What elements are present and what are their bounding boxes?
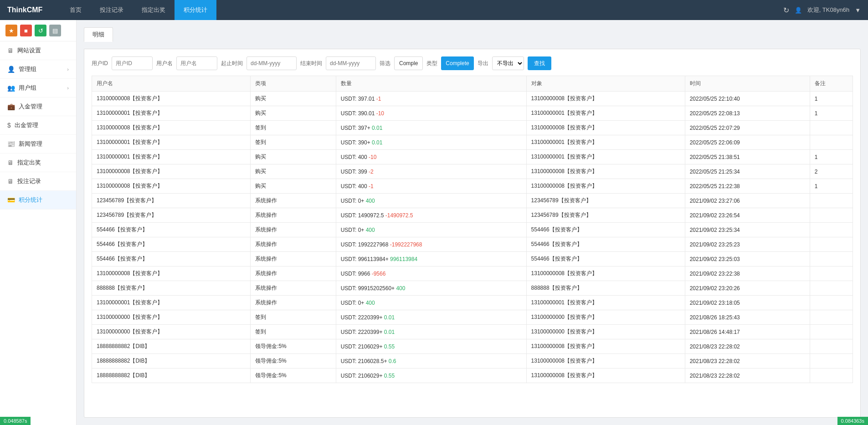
table-row: 13100000008【投资客户】 购买 USDT: 399 -2 131000…	[92, 164, 853, 179]
cell-username: 13100000008【投资客户】	[92, 164, 251, 179]
table-row: 554466【投资客户】 系统操作 USDT: 996113984+ 99611…	[92, 252, 853, 266]
sidebar-item-website-settings[interactable]: 🖥 网站设置	[0, 41, 76, 60]
cell-note: 1	[810, 150, 853, 164]
cell-username: 13100000001【投资客户】	[92, 106, 251, 121]
filter-label: 筛选	[380, 60, 390, 67]
tab-detail[interactable]: 明细	[84, 27, 113, 42]
cell-username: 554466【投资客户】	[92, 237, 251, 252]
table-body: 13100000008【投资客户】 购买 USDT: 397.01 -1 131…	[92, 92, 853, 383]
toolbar-btn-menu[interactable]: ▤	[49, 25, 61, 36]
cell-type: 系统操作	[251, 208, 336, 223]
nav-designated-prize[interactable]: 指定出奖	[133, 0, 175, 20]
table-row: 13100000000【投资客户】 签到 USDT: 2220399+ 0.01…	[92, 310, 853, 325]
cell-target: 888888【投资客户】	[526, 281, 685, 296]
cell-amount: USDT: 2106028.5+ 0.6	[336, 354, 526, 369]
cell-type: 领导佣金:5%	[251, 339, 336, 354]
table-row: 18888888882【DIB】 领导佣金:5% USDT: 2106029+ …	[92, 369, 853, 383]
cell-target: 13100000008【投资客户】	[526, 121, 685, 135]
user-name-input[interactable]	[176, 56, 217, 70]
cell-time: 2021/08/23 22:28:02	[685, 339, 810, 354]
sidebar-item-designated-prize[interactable]: 🖥 指定出奖	[0, 154, 76, 172]
table-header: 用户名 类项 数量 对象 时间 备注	[92, 76, 853, 92]
user-name-label: 用户名	[156, 60, 173, 67]
sidebar-item-admin-group[interactable]: 👤 管理组 ›	[0, 60, 76, 79]
sidebar-item-withdrawal[interactable]: $ 出金管理	[0, 116, 76, 135]
complete-filter[interactable]: Complete	[441, 56, 473, 70]
cell-type: 系统操作	[251, 296, 336, 310]
end-time-label: 结束时间	[300, 60, 322, 67]
refresh-icon[interactable]: ↻	[783, 6, 789, 15]
cell-username: 13100000001【投资客户】	[92, 296, 251, 310]
cell-type: 系统操作	[251, 194, 336, 208]
table-row: 13100000008【投资客户】 购买 USDT: 400 -1 131000…	[92, 179, 853, 194]
cell-amount: USDT: 9966 -9566	[336, 266, 526, 281]
cell-target: 13100000008【投资客户】	[526, 164, 685, 179]
col-username: 用户名	[92, 76, 251, 92]
cell-username: 123456789【投资客户】	[92, 194, 251, 208]
nav-home[interactable]: 首页	[61, 0, 91, 20]
cell-target: 554466【投资客户】	[526, 252, 685, 266]
col-time: 时间	[685, 76, 810, 92]
username: 欢迎, TK08yn6h	[807, 6, 850, 14]
cell-username: 554466【投资客户】	[92, 252, 251, 266]
sidebar: ★ ■ ↺ ▤ 🖥 网站设置 👤 管理组 › 👥 用户组 › 💼 入金管理	[0, 20, 77, 425]
cell-note	[810, 310, 853, 325]
cell-note: 1	[810, 106, 853, 121]
search-button[interactable]: 查找	[528, 56, 551, 70]
cell-amount: USDT: 0+ 400	[336, 194, 526, 208]
user-id-input[interactable]	[112, 56, 153, 70]
table-row: 554466【投资客户】 系统操作 USDT: 1992227968 -1992…	[92, 237, 853, 252]
cell-target: 13100000001【投资客户】	[526, 150, 685, 164]
cell-target: 13100000001【投资客户】	[526, 135, 685, 150]
cell-note	[810, 281, 853, 296]
cell-type: 领导佣金:5%	[251, 369, 336, 383]
sidebar-item-bet-records[interactable]: 🖥 投注记录	[0, 172, 76, 191]
comple-filter[interactable]: Comple	[394, 56, 423, 70]
cell-username: 18888888882【DIB】	[92, 339, 251, 354]
cell-note	[810, 339, 853, 354]
cell-type: 系统操作	[251, 237, 336, 252]
top-nav: ThinkCMF 首页 投注记录 指定出奖 积分统计 ↻ 👤 欢迎, TK08y…	[0, 0, 868, 20]
cell-type: 签到	[251, 121, 336, 135]
cell-note: 1	[810, 179, 853, 194]
cell-target: 13100000008【投资客户】	[526, 266, 685, 281]
cell-time: 2021/08/26 14:48:17	[685, 325, 810, 339]
nav-points-stats[interactable]: 积分统计	[175, 0, 216, 20]
table-row: 13100000001【投资客户】 购买 USDT: 390.01 -10 13…	[92, 106, 853, 121]
chevron-down-icon: ▼	[855, 7, 861, 14]
cell-username: 13100000000【投资客户】	[92, 310, 251, 325]
export-select[interactable]: 不导出 导出	[492, 56, 524, 70]
footer-time-right: 0.084363s	[837, 417, 868, 425]
table-wrapper: 用户名 类项 数量 对象 时间 备注 13100000008【投资客户】 购买 …	[92, 76, 853, 410]
toolbar-btn-refresh[interactable]: ↺	[35, 25, 46, 36]
cell-target: 13100000008【投资客户】	[526, 92, 685, 106]
cell-target: 123456789【投资客户】	[526, 208, 685, 223]
sidebar-item-news[interactable]: 📰 新闻管理	[0, 135, 76, 154]
nav-items: 首页 投注记录 指定出奖 积分统计	[61, 0, 783, 20]
main-content: 明细 用户ID 用户名 起止时间 结束时间 筛选 Comple 类型 Co	[77, 20, 868, 425]
cell-type: 签到	[251, 325, 336, 339]
cell-username: 13100000001【投资客户】	[92, 150, 251, 164]
user-icon: 👤	[7, 66, 15, 73]
cell-type: 购买	[251, 179, 336, 194]
cell-username: 13100000008【投资客户】	[92, 266, 251, 281]
cell-note: 2	[810, 164, 853, 179]
cell-time: 2021/09/02 23:27:06	[685, 194, 810, 208]
sidebar-item-points-stats[interactable]: 💳 积分统计	[0, 191, 76, 210]
start-time-input[interactable]	[247, 56, 297, 70]
cell-note	[810, 135, 853, 150]
toolbar-btn-star[interactable]: ★	[5, 25, 17, 36]
sidebar-item-deposit[interactable]: 💼 入金管理	[0, 97, 76, 116]
sidebar-item-user-group[interactable]: 👥 用户组 ›	[0, 79, 76, 97]
col-target: 对象	[526, 76, 685, 92]
cell-type: 签到	[251, 135, 336, 150]
cell-amount: USDT: 0+ 400	[336, 223, 526, 237]
cell-amount: USDT: 397+ 0.01	[336, 121, 526, 135]
cell-note	[810, 208, 853, 223]
monitor2-icon: 🖥	[7, 159, 14, 166]
end-time-input[interactable]	[326, 56, 376, 70]
toolbar-btn-delete[interactable]: ■	[20, 25, 32, 36]
col-note: 备注	[810, 76, 853, 92]
nav-bet-records[interactable]: 投注记录	[91, 0, 133, 20]
cell-type: 购买	[251, 164, 336, 179]
